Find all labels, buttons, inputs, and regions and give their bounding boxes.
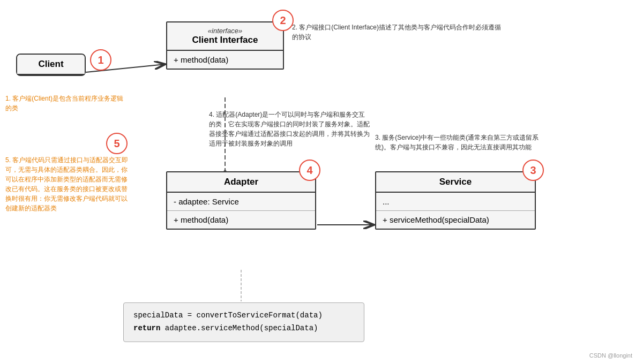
annotation-5: 5. 客户端代码只需通过接口与适配器交互即可，无需与具体的适配器类耦合。因此，你… (5, 155, 129, 213)
annotation-3: 3. 服务(Service)中有一些功能类(通常来自第三方或遗留系统)。客户端与… (375, 133, 541, 152)
code-line-1: specialData = convertToServiceFormat(dat… (133, 309, 354, 322)
client-name: Client (24, 59, 78, 70)
adapter-box: Adapter - adaptee: Service + method(data… (166, 171, 316, 230)
interface-name: Client Interface (174, 35, 276, 46)
code-line-2: return adaptee.serviceMethod(specialData… (133, 322, 354, 335)
badge-5: 5 (106, 133, 128, 154)
interface-box: «interface» Client Interface + method(da… (166, 21, 284, 70)
service-box: Service ... + serviceMethod(specialData) (375, 171, 536, 230)
service-method: + serviceMethod(specialData) (376, 211, 535, 229)
badge-3: 3 (522, 160, 544, 181)
annotation-2: 2. 客户端接口(Client Interface)描述了其他类与客户端代码合作… (292, 22, 506, 42)
adapter-field: - adaptee: Service (167, 193, 315, 211)
code-keyword-return: return (133, 324, 160, 332)
annotation-4: 4. 适配器(Adapter)是一个可以同时与客户端和服务交互的类：它在实现客户… (209, 110, 370, 148)
code-line2-rest: adaptee.serviceMethod(specialData) (165, 324, 318, 332)
badge-4: 4 (299, 160, 320, 181)
adapter-name: Adapter (174, 177, 309, 187)
badge-2: 2 (272, 10, 294, 31)
watermark: CSDN @llongint (589, 352, 632, 359)
adapter-method: + method(data) (167, 211, 315, 229)
client-box: Client (16, 54, 86, 76)
stereotype-label: «interface» (174, 27, 276, 35)
service-field: ... (376, 193, 535, 211)
badge-1: 1 (90, 49, 111, 71)
annotation-1: 1. 客户端(Client)是包含当前程序业务逻辑的类 (5, 94, 123, 113)
diagram-container: Client 1 «interface» Client Interface + … (0, 0, 643, 364)
interface-method: + method(data) (167, 51, 283, 69)
code-box: specialData = convertToServiceFormat(dat… (123, 302, 364, 342)
service-name: Service (383, 177, 528, 187)
